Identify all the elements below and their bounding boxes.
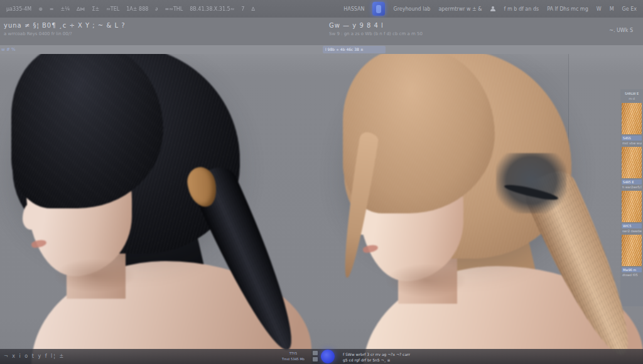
- status-line-2: g5 cd rgf drf br 5n5 ¬¸ ≡: [343, 357, 410, 363]
- toolbar-right-item[interactable]: apermtrwr w ± &: [438, 6, 482, 12]
- menu-item[interactable]: ∂: [155, 6, 158, 12]
- menu-item[interactable]: ∆: [251, 6, 254, 12]
- toolbar-right-item[interactable]: PA If Dhs mc mg: [547, 6, 588, 12]
- menu-item[interactable]: ≡: [50, 6, 54, 12]
- transport-mini-icons: [313, 351, 318, 361]
- left-nose: [23, 203, 39, 230]
- toolbar-right-label[interactable]: ~. UWk S: [609, 28, 633, 33]
- workspace-label[interactable]: Greyhound lab: [393, 6, 430, 12]
- menu-item[interactable]: Σ±: [92, 6, 99, 12]
- menu-item[interactable]: ≡≈THL: [165, 6, 183, 12]
- user-avatar-icon[interactable]: [490, 6, 496, 12]
- scene-subtitle: Sw 9 : gn a zs o Wb (b n f d) cb cm a m …: [329, 31, 423, 36]
- scene-title: Gw — y 9 8 4 l: [329, 22, 423, 29]
- viewport-canvas[interactable]: SARLW E m·d S4SS mst vbw wums S485 E h w…: [0, 54, 643, 364]
- viewport-header-band: w # % l 98b ÷ 4b 46c 38 ±: [0, 45, 643, 54]
- tool-row-sublabel: a wrrcoab Reys 0400 fr lin 00/?: [4, 31, 125, 36]
- window-control-close[interactable]: Ge Ex: [622, 6, 637, 12]
- band-left-chip[interactable]: w # %: [1, 47, 16, 52]
- right-hair-tie-dark-wisp: [496, 153, 566, 213]
- menu-item[interactable]: 8B.41.38.X.31.5≈: [190, 6, 234, 12]
- clip-label-2: Tmst 5345 Mb: [282, 356, 305, 362]
- menu-item[interactable]: ≈TEL: [106, 6, 119, 12]
- right-figure-blonde-hair: [328, 59, 643, 364]
- menu-item[interactable]: ⊕: [38, 6, 43, 12]
- window-control-max[interactable]: M: [610, 6, 614, 12]
- menu-item[interactable]: µa335-4M: [6, 6, 31, 12]
- app-icon[interactable]: [372, 2, 385, 16]
- clip-label-1: TTY5: [282, 351, 305, 356]
- play-button[interactable]: [321, 350, 335, 363]
- secondary-toolbar: yuna ≠ §¦ B0¶ ¸c ÷ X Y ; ~ & L ? a wrrco…: [0, 18, 643, 45]
- mini-icon-bottom[interactable]: [313, 357, 318, 361]
- menu-item[interactable]: ±¼: [61, 6, 70, 12]
- clip-info: TTY5 Tmst 5345 Mb: [282, 351, 305, 361]
- menu-item[interactable]: ∆⋈: [77, 6, 85, 12]
- menu-item[interactable]: 7: [241, 6, 244, 12]
- toolbar-left-group: yuna ≠ §¦ B0¶ ¸c ÷ X Y ; ~ & L ? a wrrco…: [4, 22, 125, 36]
- left-figure-black-hair: [0, 54, 323, 364]
- topbar-right: HASSAN Greyhound lab apermtrwr w ± & f m…: [343, 2, 637, 16]
- bottom-status-bar: ¬ x i o t y f l¦ ± TTY5 Tmst 5345 Mb f S…: [0, 349, 643, 364]
- bottom-left-label: ¬ x i o t y f l¦ ±: [4, 353, 65, 359]
- tool-row-label[interactable]: yuna ≠ §¦ B0¶ ¸c ÷ X Y ; ~ & L ?: [4, 22, 125, 29]
- viewport-tab[interactable]: l 98b ÷ 4b 46c 38 ±: [323, 46, 386, 53]
- left-jaw-shadow: [54, 259, 136, 292]
- toolbar-right-item[interactable]: f m b df an ds: [504, 6, 539, 12]
- status-line-1: f SWw wrbrf 3 cr rrv ag ¬?x ¬? carr: [343, 351, 410, 357]
- user-label: HASSAN: [343, 6, 364, 12]
- mini-icon-top[interactable]: [313, 351, 318, 355]
- status-text: f SWw wrbrf 3 cr rrv ag ¬?x ¬? carr g5 c…: [343, 351, 410, 363]
- right-jaw-shadow: [386, 264, 467, 297]
- menu-items: µa335-4M⊕≡±¼∆⋈Σ±≈TEL1A± 888∂≡≈THL8B.41.3…: [6, 6, 255, 12]
- top-menu-bar: µa335-4M⊕≡±¼∆⋈Σ±≈TEL1A± 888∂≡≈THL8B.41.3…: [0, 0, 643, 18]
- toolbar-center-group: Gw — y 9 8 4 l Sw 9 : gn a zs o Wb (b n …: [329, 22, 423, 36]
- window-control-min[interactable]: W: [597, 6, 602, 12]
- menu-item[interactable]: 1A± 888: [126, 6, 148, 12]
